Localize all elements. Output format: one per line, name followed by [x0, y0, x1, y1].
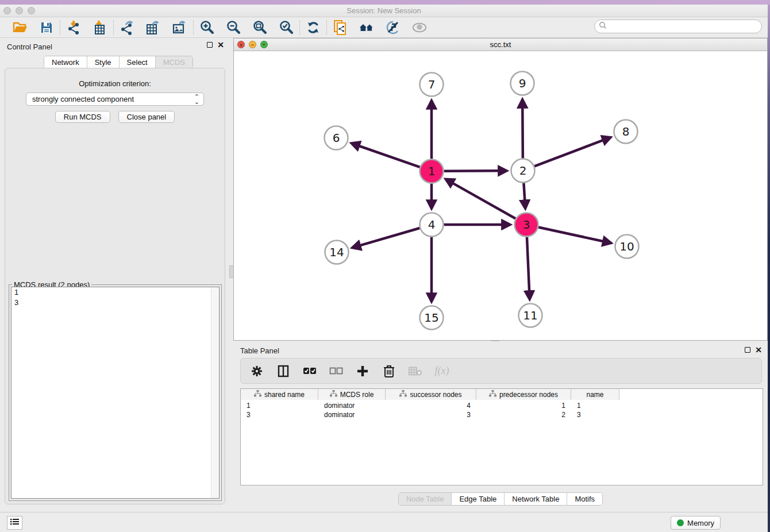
window-title: Session: New Session — [0, 6, 768, 15]
edge-3-11[interactable] — [527, 237, 529, 291]
svg-text:9: 9 — [519, 76, 526, 90]
result-scrollbar[interactable] — [211, 287, 219, 498]
table-cell[interactable]: dominator — [318, 410, 386, 419]
zoom-fit-icon[interactable] — [252, 20, 267, 35]
svg-text:11: 11 — [523, 309, 537, 322]
table-row[interactable]: 3dominator323 — [241, 410, 763, 419]
mcds-panel: Optimization criterion: strongly connect… — [5, 68, 225, 504]
edge-2-9[interactable] — [522, 107, 523, 158]
desktop-wallpaper-top — [0, 0, 770, 5]
edge-4-14[interactable] — [360, 228, 420, 245]
save-session-icon[interactable] — [39, 20, 54, 35]
column-header-successor-nodes[interactable]: successor nodes — [386, 389, 476, 400]
desktop-wallpaper-right — [768, 5, 770, 532]
import-network-icon[interactable] — [66, 20, 81, 35]
graph-node-1[interactable]: 1 — [420, 160, 444, 183]
mcds-result-item[interactable]: 3 — [11, 298, 219, 308]
hide-annotations-icon[interactable] — [386, 20, 401, 35]
table-row[interactable]: 1dominator411 — [241, 401, 763, 410]
export-image-icon[interactable] — [172, 20, 187, 35]
svg-text:6: 6 — [333, 131, 340, 145]
graph-node-11[interactable]: 11 — [519, 304, 542, 327]
table-tab-edge-table[interactable]: Edge Table — [452, 493, 505, 505]
add-column-icon[interactable] — [356, 364, 369, 378]
table-cell[interactable]: dominator — [318, 401, 386, 410]
import-table-icon[interactable] — [93, 20, 107, 35]
table-cell[interactable]: 3 — [386, 410, 476, 419]
table-cell[interactable]: 3 — [241, 410, 318, 419]
node-table: shared nameMCDS rolesuccessor nodesprede… — [240, 388, 763, 485]
mcds-result-item[interactable]: 1 — [11, 287, 219, 298]
edge-2-3[interactable] — [523, 183, 525, 200]
zoom-out-icon[interactable] — [226, 20, 241, 35]
edge-3-1[interactable] — [453, 183, 515, 219]
table-cell[interactable]: 1 — [476, 401, 571, 410]
graph-node-10[interactable]: 10 — [615, 235, 639, 259]
table-cell[interactable]: 4 — [386, 401, 476, 410]
columns-icon[interactable] — [276, 364, 290, 378]
close-panel-icon[interactable]: ✕ — [217, 42, 224, 48]
clone-network-icon[interactable] — [333, 20, 348, 35]
graph-node-2[interactable]: 2 — [511, 159, 535, 183]
graph-node-7[interactable]: 7 — [420, 73, 444, 97]
search-box[interactable] — [594, 20, 762, 33]
graph-node-8[interactable]: 8 — [614, 120, 638, 144]
application-window: Session: New Session Control Panel ✕ Net… — [0, 0, 770, 532]
close-panel-button[interactable]: Close panel — [118, 111, 175, 123]
run-mcds-button[interactable]: Run MCDS — [55, 111, 110, 123]
table-tab-motifs[interactable]: Motifs — [567, 493, 602, 505]
edge-1-6[interactable] — [359, 146, 420, 167]
edge-3-10[interactable] — [538, 228, 603, 241]
graph-node-4[interactable]: 4 — [420, 213, 444, 237]
mcds-result-list[interactable]: 13 — [11, 287, 220, 499]
open-session-icon[interactable] — [13, 20, 28, 35]
refresh-icon[interactable] — [306, 20, 321, 35]
table-tab-node-table[interactable]: Node Table — [399, 493, 452, 505]
graph-node-3[interactable]: 3 — [515, 213, 538, 237]
graph-node-9[interactable]: 9 — [511, 72, 534, 95]
home-view-icon[interactable] — [359, 20, 374, 35]
zoom-selected-icon[interactable] — [279, 20, 294, 35]
criterion-dropdown[interactable]: strongly connected component ⌃⌄ — [26, 92, 204, 106]
deselect-all-columns-icon[interactable] — [329, 364, 343, 378]
close-table-panel-icon[interactable]: ✕ — [755, 347, 762, 353]
column-type-icon — [399, 390, 407, 399]
main-toolbar — [0, 17, 768, 38]
search-icon — [599, 21, 607, 32]
table-cell[interactable]: 1 — [571, 401, 619, 410]
network-graph-canvas[interactable]: 7968124314101511 — [234, 51, 767, 340]
table-rows: 1dominator4113dominator323 — [241, 401, 763, 419]
delete-column-icon[interactable] — [382, 364, 396, 378]
float-panel-icon[interactable] — [207, 42, 213, 48]
tab-mcds[interactable]: MCDS — [156, 56, 192, 68]
table-cell[interactable]: 1 — [241, 401, 318, 410]
memory-button[interactable]: Memory — [671, 516, 721, 530]
column-header-shared-name[interactable]: shared name — [241, 389, 318, 400]
settings-gear-icon[interactable] — [250, 364, 264, 378]
export-table-icon[interactable] — [146, 20, 161, 35]
edge-2-8[interactable] — [534, 140, 603, 166]
svg-text:8: 8 — [622, 125, 630, 138]
edge-1-2[interactable] — [444, 171, 498, 171]
table-toolbar: f(x) — [240, 358, 762, 384]
search-input[interactable] — [607, 21, 761, 32]
control-panel-header: Control Panel ✕ — [0, 38, 230, 54]
graph-node-15[interactable]: 15 — [420, 306, 444, 330]
select-all-columns-icon[interactable] — [303, 364, 317, 378]
tab-network[interactable]: Network — [44, 56, 87, 68]
tab-select[interactable]: Select — [120, 56, 156, 68]
table-cell[interactable]: 2 — [476, 410, 571, 419]
export-network-icon[interactable] — [120, 20, 134, 35]
graph-node-14[interactable]: 14 — [325, 241, 349, 264]
graph-node-6[interactable]: 6 — [325, 126, 348, 150]
column-header-predecessor-nodes[interactable]: predecessor nodes — [476, 389, 571, 400]
float-table-panel-icon[interactable] — [745, 347, 750, 353]
table-tab-network-table[interactable]: Network Table — [505, 493, 567, 505]
column-header-MCDS-role[interactable]: MCDS role — [318, 389, 386, 400]
column-header-name[interactable]: name — [571, 389, 619, 400]
task-history-button[interactable] — [7, 516, 22, 530]
function-icon: f(x) — [435, 364, 449, 378]
zoom-in-icon[interactable] — [199, 20, 214, 35]
table-cell[interactable]: 3 — [571, 410, 619, 419]
tab-style[interactable]: Style — [87, 56, 120, 68]
